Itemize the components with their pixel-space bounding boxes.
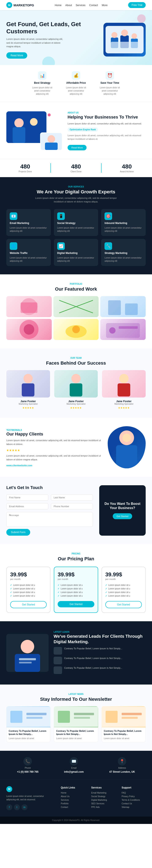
pricing-plan-1: 39.99$ per month Lorem ipsum dolor sit u…	[6, 567, 51, 613]
team-name-2: Jane Foster	[54, 400, 98, 403]
footer-col-services: Services Email Marketing Social Strategy…	[91, 786, 115, 810]
footer-links-list: Home About Us Services Portfolio Contact	[61, 792, 85, 808]
svg-rect-49	[74, 717, 90, 719]
email-field	[6, 503, 48, 509]
footer-support-contact[interactable]: Contact Us	[122, 802, 146, 805]
services-section-label: Our Services	[6, 186, 146, 188]
portfolio-item-6[interactable]	[100, 319, 146, 340]
contact-form: Let's Get In Touch Submit Form	[6, 485, 93, 536]
twitter-icon[interactable]: t	[14, 804, 20, 810]
testimonial-title: Our Happy Clients	[6, 432, 101, 437]
service-desc-strategy: Lorem ipsum dolor sit amet consectetur a…	[104, 256, 142, 262]
portfolio-item-1[interactable]	[6, 296, 52, 317]
contact-cta-button[interactable]: Get Started	[113, 513, 132, 519]
svg-rect-45	[26, 717, 42, 719]
footer-col-services-title: Services	[91, 786, 115, 789]
contact-cta-title: Do You Want To Boost Your Business?	[103, 502, 142, 510]
footer-service-digital[interactable]: Digital Marketing	[91, 799, 115, 801]
pricing-section: Pricing Our Pricing Plan 39.99$ per mont…	[0, 544, 152, 621]
hero-description: Lorem ipsum dolor sit amet, consectetur …	[6, 37, 65, 49]
price-feature-2-1: Lorem ipsum dolor sit u	[58, 583, 94, 587]
svg-rect-16	[21, 302, 37, 313]
footer-service-ppc[interactable]: PPC Ads	[91, 806, 115, 808]
team-name-3: Jane Foster	[102, 400, 146, 403]
features-section: 📊 Best Strategy Lorem ipsum dolor sit am…	[0, 65, 152, 102]
first-name-input[interactable]	[6, 494, 48, 501]
nav-contact[interactable]: Contact	[89, 4, 98, 7]
footer-service-seo[interactable]: SEO Services	[91, 802, 115, 805]
news-card-1[interactable]: Contrary To Popular Belief, Lorem Ipsum …	[6, 706, 51, 742]
pricing-cta-1[interactable]: Get Started	[10, 601, 47, 608]
leads-section: Latest Leads We've Generated Leads For C…	[0, 621, 152, 685]
footer-support-privacy[interactable]: Privacy Policy	[122, 795, 146, 798]
lead-title-2: Contrary To Popular Belief, Lorem Ipsum …	[64, 657, 122, 660]
news-image-1	[6, 706, 51, 727]
footer-support-sitemap[interactable]: Sitemap	[122, 806, 146, 808]
nav-about[interactable]: About	[65, 4, 72, 7]
svg-rect-33	[118, 383, 130, 397]
footer-support-terms[interactable]: Terms & Conditions	[122, 799, 146, 801]
footer-service-email[interactable]: Email Marketing	[91, 792, 115, 794]
news-card-2[interactable]: Contrary To Popular Belief, Lorem Ipsum …	[54, 706, 98, 742]
footer-link-home[interactable]: Home	[61, 792, 85, 794]
svg-point-1	[112, 32, 117, 38]
service-card-strategy: 🔧 Strategy Marketing Lorem ipsum dolor s…	[101, 239, 146, 266]
email-input[interactable]	[6, 503, 48, 509]
portfolio-item-5[interactable]	[53, 319, 99, 340]
footer-link-portfolio[interactable]: Portfolio	[61, 802, 85, 805]
nav-services[interactable]: Services	[76, 4, 86, 7]
contact-cta: Do You Want To Boost Your Business? Get …	[99, 485, 146, 536]
portfolio-item-4[interactable]	[6, 319, 52, 340]
svg-point-30	[71, 374, 81, 383]
price-3: 39.99$	[105, 571, 142, 578]
testimonial-person-illustration	[114, 426, 139, 468]
svg-rect-20	[125, 304, 138, 315]
footer-support-faq[interactable]: FAQ	[122, 792, 146, 794]
pricing-cta-2[interactable]: Get Started	[58, 601, 94, 607]
facebook-icon[interactable]: f	[6, 804, 12, 810]
svg-point-26	[109, 327, 116, 334]
pricing-section-label: Pricing	[6, 553, 146, 555]
contact-title: Let's Get In Touch	[6, 485, 93, 490]
footer-link-services[interactable]: Services	[61, 799, 85, 801]
last-name-input[interactable]	[51, 494, 93, 501]
nav-more[interactable]: More	[102, 4, 108, 7]
nav-home[interactable]: Home	[55, 4, 61, 7]
nav-cta-button[interactable]: Free Trial	[128, 2, 146, 8]
footer-link-contact[interactable]: Contact	[61, 806, 85, 808]
hero-image-inner	[105, 26, 144, 53]
footer-service-social[interactable]: Social Strategy	[91, 795, 115, 798]
stat-num-clients: 480	[51, 163, 101, 170]
logo-text: MARKETOPG	[13, 3, 34, 7]
footer-link-about[interactable]: About Us	[61, 795, 85, 798]
svg-point-24	[72, 326, 80, 333]
navigation: M MARKETOPG Home About Services Contact …	[0, 0, 152, 10]
price-feature-1-3: Lorem ipsum dolor sit u	[10, 590, 47, 594]
message-textarea[interactable]	[6, 512, 93, 527]
submit-button[interactable]: Submit Form	[6, 529, 30, 536]
feature-desc-time: Lorem ipsum dolor sit amet consectetur a…	[97, 86, 122, 96]
logo-icon: M	[6, 2, 12, 8]
team-member-1: Jane Foster Marketing Specialist ★★★★★	[6, 370, 50, 409]
hero-people-illustration	[109, 29, 141, 50]
hero-cta-button[interactable]: Read More	[6, 52, 27, 59]
portfolio-item-2[interactable]	[53, 296, 99, 317]
hero-image	[103, 23, 146, 57]
instagram-icon[interactable]: in	[22, 804, 27, 810]
pricing-cta-3[interactable]: Get Started	[105, 601, 142, 608]
footer-services-list: Email Marketing Social Strategy Digital …	[91, 792, 115, 808]
strategy-icon: 📊	[38, 71, 47, 80]
phone-input[interactable]	[51, 503, 93, 509]
price-2: 39.99$	[58, 571, 94, 578]
about-cta-button[interactable]: Read More	[67, 145, 87, 150]
lead-item-3: Contrary To Popular Belief, Lorem Ipsum …	[54, 666, 146, 674]
portfolio-item-3[interactable]	[100, 296, 146, 317]
lead-title-1: Contrary To Popular Belief, Lorem Ipsum …	[64, 647, 122, 650]
service-name-website: Website Traffic	[10, 252, 28, 254]
news-card-3[interactable]: Contrary To Popular Belief, Lorem Ipsum …	[101, 706, 146, 742]
email-marketing-icon: 📧	[10, 212, 17, 220]
first-name-field	[6, 494, 48, 501]
nav-logo[interactable]: M MARKETOPG	[6, 2, 34, 8]
footer-col-links: Quick Links Home About Us Services Portf…	[61, 786, 85, 810]
svg-rect-47	[58, 711, 70, 723]
